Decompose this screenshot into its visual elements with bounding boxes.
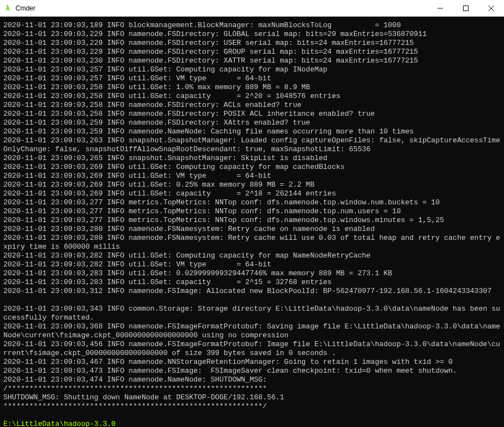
terminal-area[interactable]: 2020-11-01 23:09:03,189 INFO blockmanage… — [0, 17, 504, 427]
log-line: 2020-11-01 23:09:03,277 INFO metrics.Top… — [3, 198, 501, 207]
log-line: 2020-11-01 23:09:03,189 INFO blockmanage… — [3, 21, 501, 30]
log-line: 2020-11-01 23:09:03,269 INFO util.GSet: … — [3, 181, 501, 189]
app-title: Cmder — [16, 4, 35, 12]
log-line: 2020-11-01 23:09:03,474 INFO namenode.Na… — [3, 375, 501, 384]
log-line: 2020-11-01 23:09:03,263 INFO snapshot.Sn… — [3, 136, 501, 154]
log-line: 2020-11-01 23:09:03,269 INFO util.GSet: … — [3, 163, 501, 172]
log-output-1: 2020-11-01 23:09:03,189 INFO blockmanage… — [3, 21, 501, 296]
log-line: 2020-11-01 23:09:03,283 INFO util.GSet: … — [3, 278, 501, 287]
log-line: 2020-11-01 23:09:03,343 INFO common.Stor… — [3, 305, 501, 322]
log-line: 2020-11-01 23:09:03,283 INFO util.GSet: … — [3, 269, 501, 278]
log-line: 2020-11-01 23:09:03,473 INFO namenode.FS… — [3, 367, 501, 375]
log-line: 2020-11-01 23:09:03,258 INFO util.GSet: … — [3, 83, 501, 92]
log-line: /***************************************… — [3, 384, 501, 393]
title-bar: λ Cmder — [0, 0, 504, 17]
svg-rect-1 — [464, 6, 469, 11]
log-line: 2020-11-01 23:09:03,230 INFO namenode.FS… — [3, 56, 501, 65]
log-line: 2020-11-01 23:09:03,312 INFO namenode.FS… — [3, 287, 501, 296]
log-line: 2020-11-01 23:09:03,456 INFO namenode.FS… — [3, 340, 501, 358]
log-line: 2020-11-01 23:09:03,277 INFO metrics.Top… — [3, 216, 501, 225]
log-line: 2020-11-01 23:09:03,258 INFO namenode.FS… — [3, 110, 501, 119]
log-line: 2020-11-01 23:09:03,282 INFO util.GSet: … — [3, 260, 501, 269]
log-line: 2020-11-01 23:09:03,265 INFO snapshot.Sn… — [3, 154, 501, 163]
log-line: 2020-11-01 23:09:03,368 INFO namenode.FS… — [3, 322, 501, 340]
lambda-icon: λ — [3, 4, 12, 13]
log-line: 2020-11-01 23:09:03,258 INFO util.GSet: … — [3, 92, 501, 101]
log-output-2: 2020-11-01 23:09:03,343 INFO common.Stor… — [3, 305, 501, 411]
log-line: 2020-11-01 23:09:03,229 INFO namenode.FS… — [3, 30, 501, 39]
log-line: 2020-11-01 23:09:03,259 INFO namenode.FS… — [3, 119, 501, 127]
log-line: SHUTDOWN_MSG: Shutting down NameNode at … — [3, 393, 501, 402]
log-line: ****************************************… — [3, 402, 501, 411]
log-line: 2020-11-01 23:09:03,258 INFO namenode.FS… — [3, 101, 501, 110]
log-line: 2020-11-01 23:09:03,269 INFO util.GSet: … — [3, 172, 501, 181]
log-line: 2020-11-01 23:09:03,282 INFO util.GSet: … — [3, 251, 501, 260]
log-line: 2020-11-01 23:09:03,257 INFO util.GSet: … — [3, 74, 501, 83]
log-line: 2020-11-01 23:09:03,259 INFO namenode.Na… — [3, 127, 501, 136]
log-line: 2020-11-01 23:09:03,229 INFO namenode.FS… — [3, 39, 501, 48]
log-line: 2020-11-01 23:09:03,280 INFO namenode.FS… — [3, 234, 501, 251]
log-line: 2020-11-01 23:09:03,229 INFO namenode.FS… — [3, 48, 501, 56]
window-controls — [428, 0, 504, 17]
log-line: 2020-11-01 23:09:03,280 INFO namenode.FS… — [3, 225, 501, 234]
log-line: 2020-11-01 23:09:03,467 INFO namenode.NN… — [3, 358, 501, 367]
close-button[interactable] — [479, 0, 504, 17]
title-left: λ Cmder — [3, 4, 35, 13]
log-line: 2020-11-01 23:09:03,277 INFO metrics.Top… — [3, 207, 501, 216]
prompt-line[interactable]: E:\LittleData\hadoop-3.3.0 — [3, 420, 501, 427]
log-line: 2020-11-01 23:09:03,269 INFO util.GSet: … — [3, 189, 501, 198]
minimize-button[interactable] — [428, 0, 453, 17]
maximize-button[interactable] — [453, 0, 479, 17]
log-line: 2020-11-01 23:09:03,257 INFO util.GSet: … — [3, 65, 501, 74]
